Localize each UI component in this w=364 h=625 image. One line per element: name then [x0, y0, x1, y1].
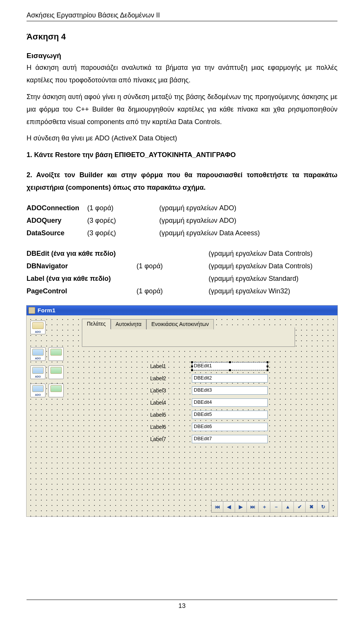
paragraph-1: Η άσκηση αυτή παρουσιάζει αναλυτικά τα β…	[27, 61, 337, 87]
dbedit-field[interactable]: DBEdit4	[192, 398, 268, 407]
components-table-2: DBEdit (ένα για κάθε πεδίο)(γραμμή εργαλ…	[27, 247, 312, 298]
form-row: Label6DBEdit6	[82, 423, 331, 431]
tab-2[interactable]: Ενοικιάσεις Αυτοκινήτων	[146, 319, 214, 329]
tab-0[interactable]: Πελάτες	[82, 319, 111, 329]
component-name: DBNavigator	[27, 260, 136, 272]
component-count: (3 φορές)	[87, 227, 159, 239]
form-label: Label5	[150, 412, 192, 418]
query-component-icon[interactable]	[30, 384, 46, 397]
component-count: (1 φορά)	[136, 260, 209, 272]
nav-prev[interactable]: ◀	[223, 502, 235, 512]
component-toolbar: (γραμμή εργαλείων Data Controls)	[209, 260, 312, 272]
selection-handle[interactable]	[191, 365, 193, 367]
component-name: PageControl	[27, 285, 136, 298]
component-name: ADOConnection	[27, 202, 87, 214]
component-count: (1 φορά)	[136, 285, 209, 298]
query-component-icon[interactable]	[30, 347, 46, 361]
dbedit-field[interactable]: DBEdit2	[192, 374, 268, 383]
component-count: (3 φορές)	[87, 214, 159, 227]
form-label: Label1	[150, 363, 192, 369]
component-count	[136, 247, 209, 260]
form-row: Label5DBEdit5	[82, 411, 331, 419]
ds-component-icon[interactable]	[49, 347, 64, 361]
component-toolbar: (γραμμή εργαλείων ADO)	[159, 214, 260, 227]
table-row: DBNavigator(1 φορά)(γραμμή εργαλείων Dat…	[27, 260, 312, 272]
step-1: 1. Κάντε Restore την βάση ΕΠΙΘΕΤΟ_ΑΥΤΟΚΙ…	[27, 149, 337, 161]
component-count	[136, 272, 209, 285]
form-titlebar[interactable]: Form1	[27, 305, 337, 315]
component-name: ADOQuery	[27, 214, 87, 227]
dbedit-field[interactable]: DBEdit3	[192, 386, 268, 395]
dbedit-field[interactable]: DBEdit1	[192, 362, 268, 370]
db-navigator[interactable]: ⏮◀▶⏭＋－▲✔✖↻	[211, 501, 329, 513]
form-row: Label2DBEdit2	[82, 374, 331, 383]
ds-component-icon[interactable]	[49, 384, 64, 397]
form-label: Label7	[150, 436, 192, 442]
nav-cancel[interactable]: ✖	[306, 502, 317, 512]
table-row: Label (ένα για κάθε πεδίο)(γραμμή εργαλε…	[27, 272, 312, 285]
form-row: Label1DBEdit1	[82, 362, 331, 370]
page-number: 13	[27, 600, 337, 610]
query-component-icon[interactable]	[30, 365, 46, 379]
form-label: Label4	[150, 400, 192, 406]
component-name: DataSource	[27, 227, 87, 239]
form-row: Label3DBEdit3	[82, 386, 331, 395]
conn-component-icon[interactable]	[30, 321, 46, 334]
nav-post[interactable]: ✔	[294, 502, 306, 512]
form-row: Label4DBEdit4	[82, 398, 331, 407]
table-row: ADOQuery(3 φορές)(γραμμή εργαλείων ADO)	[27, 214, 260, 227]
exercise-title: Άσκηση 4	[27, 32, 337, 42]
nav-last[interactable]: ⏭	[247, 502, 259, 512]
ds-component-icon[interactable]	[49, 365, 64, 379]
component-count: (1 φορά)	[87, 202, 159, 214]
selection-handle[interactable]	[229, 361, 231, 363]
form-title: Form1	[38, 307, 55, 313]
component-toolbar: (γραμμή εργαλείων ADO)	[159, 202, 260, 214]
nav-first[interactable]: ⏮	[212, 502, 223, 512]
components-table-1: ADOConnection(1 φορά)(γραμμή εργαλείων A…	[27, 202, 260, 240]
selection-handle[interactable]	[267, 361, 268, 363]
table-row: PageControl(1 φορά)(γραμμή εργαλείων Win…	[27, 285, 312, 298]
component-toolbar: (γραμμή εργαλείων Win32)	[209, 285, 312, 298]
selection-handle[interactable]	[191, 361, 193, 363]
running-header: Ασκήσεις Εργαστηρίου Βάσεις Δεδομένων ΙΙ	[27, 11, 337, 21]
dbedit-field[interactable]: DBEdit6	[192, 423, 268, 431]
component-toolbar: (γραμμή εργαλείων Data Controls)	[209, 247, 312, 260]
page-control[interactable]: ΠελάτεςΑυτοκίνηταΕνοικιάσεις Αυτοκινήτων	[82, 327, 295, 347]
paragraph-2: Στην άσκηση αυτή αφού γίνει η σύνδεση με…	[27, 91, 337, 129]
form-label: Label2	[150, 375, 192, 381]
nav-next[interactable]: ▶	[235, 502, 247, 512]
nav-insert[interactable]: ＋	[259, 502, 270, 512]
paragraph-3: Η σύνδεση θα γίνει με ADO (ActiveX Data …	[27, 132, 337, 145]
selection-handle[interactable]	[267, 369, 268, 371]
component-toolbar: (γραμμή εργαλείων Data Aceess)	[159, 227, 260, 239]
form-row: Label7DBEdit7	[82, 435, 331, 443]
form-icon	[28, 307, 35, 314]
selection-handle[interactable]	[229, 369, 231, 371]
tab-1[interactable]: Αυτοκίνητα	[111, 319, 146, 329]
dbedit-field[interactable]: DBEdit5	[192, 411, 268, 419]
intro-heading: Εισαγωγή	[27, 52, 337, 60]
nav-refresh[interactable]: ↻	[317, 502, 329, 512]
table-row: DBEdit (ένα για κάθε πεδίο)(γραμμή εργαλ…	[27, 247, 312, 260]
component-name: DBEdit (ένα για κάθε πεδίο)	[27, 247, 136, 260]
form-label: Label3	[150, 387, 192, 394]
table-row: ADOConnection(1 φορά)(γραμμή εργαλείων A…	[27, 202, 260, 214]
step-2: 2. Ανοίξτε τον Builder και στην φόρμα πο…	[27, 169, 337, 194]
component-tray	[27, 315, 76, 516]
component-toolbar: (γραμμή εργαλείων Standard)	[209, 272, 312, 285]
nav-delete[interactable]: －	[270, 502, 282, 512]
table-row: DataSource(3 φορές)(γραμμή εργαλείων Dat…	[27, 227, 260, 239]
form-label: Label6	[150, 424, 192, 430]
selection-handle[interactable]	[267, 365, 268, 367]
component-name: Label (ένα για κάθε πεδίο)	[27, 272, 136, 285]
nav-edit[interactable]: ▲	[282, 502, 294, 512]
dbedit-field[interactable]: DBEdit7	[192, 435, 268, 443]
form-designer-window: Form1 ΠελάτεςΑυτοκίνηταΕνοικιάσεις Αυτοκ…	[27, 305, 337, 516]
selection-handle[interactable]	[191, 369, 193, 371]
